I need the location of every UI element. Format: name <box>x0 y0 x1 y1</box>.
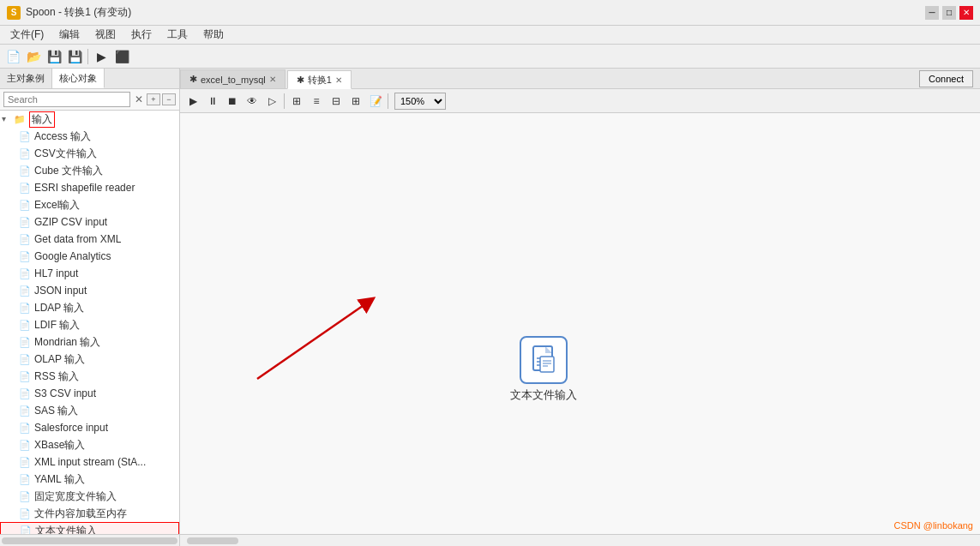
item-icon: 📄 <box>19 199 31 211</box>
csdn-badge: CSDN @linbokang <box>894 520 974 531</box>
canvas-pause-btn[interactable]: ⏸ <box>203 92 222 111</box>
canvas-play-btn[interactable]: ▶ <box>183 92 202 111</box>
connect-button[interactable]: Connect <box>919 70 973 87</box>
list-item[interactable]: 📄 OLAP 输入 <box>0 351 179 368</box>
item-icon: 📄 <box>19 216 31 228</box>
list-item[interactable]: 📄 Salesforce input <box>0 419 179 436</box>
canvas-snap-btn[interactable]: ⊟ <box>327 92 346 111</box>
menu-help[interactable]: 帮助 <box>196 26 231 44</box>
toolbar-open[interactable]: 📂 <box>24 47 43 66</box>
search-clear-button[interactable]: ✕ <box>132 93 145 106</box>
expand-icon: ▾ <box>2 114 12 124</box>
canvas-grid-btn[interactable]: ⊞ <box>346 92 365 111</box>
item-icon: 📄 <box>19 285 31 297</box>
item-icon: 📄 <box>19 302 31 314</box>
list-item[interactable]: 📄 ESRI shapefile reader <box>0 179 179 196</box>
tab-close-transform[interactable]: ✕ <box>335 75 342 85</box>
list-item[interactable]: 📄 HL7 input <box>0 265 179 282</box>
item-label: YAML 输入 <box>34 472 85 487</box>
canvas-distribute-btn[interactable]: ≡ <box>307 92 326 111</box>
left-panel: 主对象例 核心对象 ✕ + − ▾ 📁 输入 📄 Access 输入 <box>0 69 180 546</box>
canvas-stop-btn[interactable]: ⏹ <box>223 92 242 111</box>
menu-execute[interactable]: 执行 <box>124 26 159 44</box>
app-icon: S <box>7 6 21 20</box>
main-layout: 主对象例 核心对象 ✕ + − ▾ 📁 输入 📄 Access 输入 <box>0 69 980 546</box>
list-item[interactable]: 📄 XBase输入 <box>0 436 179 453</box>
tree-category-input[interactable]: ▾ 📁 输入 <box>0 111 179 128</box>
menu-edit[interactable]: 编辑 <box>52 26 87 44</box>
canvas-run-options-btn[interactable]: ▷ <box>262 92 281 111</box>
item-label: Access 输入 <box>34 129 91 144</box>
item-label: ESRI shapefile reader <box>34 182 135 194</box>
search-input[interactable] <box>3 92 130 107</box>
list-item[interactable]: 📄 Get data from XML <box>0 231 179 248</box>
tab-label-transform: 转换1 <box>308 74 332 87</box>
toolbar-new[interactable]: 📄 <box>3 47 22 66</box>
item-label: JSON input <box>34 285 87 297</box>
toolbar-saveas[interactable]: 💾 <box>65 47 84 66</box>
folder-icon: 📁 <box>14 113 26 125</box>
item-label: Excel输入 <box>34 198 80 213</box>
list-item[interactable]: 📄 LDIF 输入 <box>0 316 179 333</box>
list-item[interactable]: 📄 Google Analytics <box>0 248 179 265</box>
title-controls: ─ □ ✕ <box>925 6 973 20</box>
search-expand-icon[interactable]: + <box>147 93 160 105</box>
canvas-note-btn[interactable]: 📝 <box>366 92 385 111</box>
tab-excel-to-mysql[interactable]: ✱ excel_to_mysql ✕ <box>180 69 286 88</box>
list-item[interactable]: 📄 Cube 文件输入 <box>0 162 179 179</box>
list-item[interactable]: 📄 RSS 输入 <box>0 368 179 385</box>
tab-core-objects[interactable]: 核心对象 <box>52 69 105 88</box>
list-item[interactable]: 📄 Excel输入 <box>0 196 179 213</box>
list-item-text-file-input[interactable]: 📄 文本文件输入 <box>0 522 179 534</box>
canvas-preview-btn[interactable]: 👁 <box>243 92 262 111</box>
list-item[interactable]: 📄 Access 输入 <box>0 128 179 145</box>
item-label: Google Analytics <box>34 250 111 262</box>
minimize-button[interactable]: ─ <box>925 6 939 20</box>
tree-scrollbar[interactable] <box>0 534 179 546</box>
tab-close-excel[interactable]: ✕ <box>269 75 276 84</box>
item-label: Salesforce input <box>34 422 108 434</box>
list-item[interactable]: 📄 Mondrian 输入 <box>0 333 179 351</box>
item-label: Mondrian 输入 <box>34 335 100 350</box>
tab-transform1[interactable]: ✱ 转换1 ✕ <box>287 70 352 89</box>
item-icon: 📄 <box>19 387 31 399</box>
menu-file[interactable]: 文件(F) <box>3 26 51 44</box>
annotation-arrow <box>180 182 437 439</box>
list-item[interactable]: 📄 固定宽度文件输入 <box>0 488 179 505</box>
toolbar-stop[interactable]: ⬛ <box>112 47 131 66</box>
item-label: 文件内容加载至内存 <box>34 507 127 521</box>
item-icon: 📄 <box>19 319 31 331</box>
main-toolbar: 📄 📂 💾 💾 ▶ ⬛ <box>0 45 980 69</box>
list-item[interactable]: 📄 LDAP 输入 <box>0 299 179 316</box>
canvas-scrollbar[interactable] <box>180 534 980 546</box>
search-collapse-icon[interactable]: − <box>162 93 176 105</box>
list-item[interactable]: 📄 S3 CSV input <box>0 385 179 402</box>
list-item[interactable]: 📄 SAS 输入 <box>0 402 179 419</box>
toolbar-run[interactable]: ▶ <box>92 47 111 66</box>
zoom-select[interactable]: 50% 75% 100% 125% 150% 200% 300% <box>394 93 446 110</box>
item-icon: 📄 <box>19 267 31 279</box>
toolbar-save[interactable]: 💾 <box>45 47 63 66</box>
list-item[interactable]: 📄 CSV文件输入 <box>0 145 179 162</box>
list-item[interactable]: 📄 XML input stream (StA... <box>0 453 179 471</box>
restore-button[interactable]: □ <box>942 6 956 20</box>
node-label: 文本文件输入 <box>510 387 577 403</box>
list-item[interactable]: 📄 文件内容加载至内存 <box>0 505 179 522</box>
tab-main-objects[interactable]: 主对象例 <box>0 69 52 88</box>
item-label: LDIF 输入 <box>34 318 80 333</box>
list-item[interactable]: 📄 JSON input <box>0 282 179 299</box>
canvas-node-text-file-input[interactable]: 文本文件输入 <box>510 336 577 403</box>
item-icon: 📄 <box>19 233 31 245</box>
search-bar: ✕ + − <box>0 89 179 111</box>
menu-tools[interactable]: 工具 <box>160 26 195 44</box>
left-tabs: 主对象例 核心对象 <box>0 69 179 89</box>
item-icon: 📄 <box>19 353 31 365</box>
list-item[interactable]: 📄 GZIP CSV input <box>0 213 179 231</box>
item-icon: 📄 <box>19 422 31 434</box>
canvas-align-btn[interactable]: ⊞ <box>287 92 306 111</box>
menu-view[interactable]: 视图 <box>88 26 123 44</box>
list-item[interactable]: 📄 YAML 输入 <box>0 471 179 488</box>
item-label: S3 CSV input <box>34 387 96 399</box>
tab-icon-transform: ✱ <box>297 75 304 86</box>
close-button[interactable]: ✕ <box>959 6 973 20</box>
